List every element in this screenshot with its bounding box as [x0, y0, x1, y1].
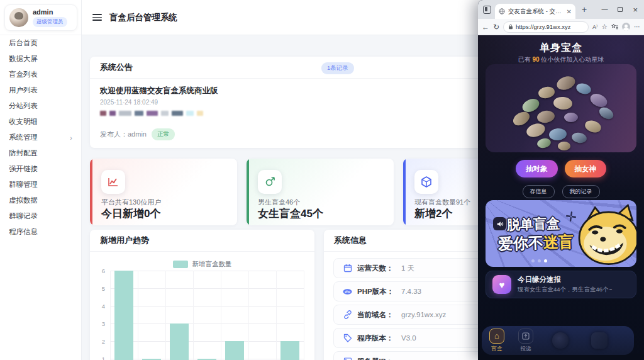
censored-block [186, 111, 194, 116]
admin-page-title: 盲盒后台管理系统 [109, 12, 177, 23]
nav-item-chat[interactable] [552, 332, 569, 349]
chart-bar[interactable] [280, 341, 299, 360]
nav-item-profile[interactable] [591, 332, 608, 349]
draw-goddess-button[interactable]: 抽女神 [565, 160, 607, 177]
stat-value: 女生盲盒45个 [258, 206, 323, 221]
chart-bar[interactable] [114, 271, 133, 360]
sidebar-item[interactable]: 群聊管理› [0, 177, 81, 193]
admin-sidebar: admin 超级管理员 后台首页› 数据大屏› 盲盒列表› 用户列表› 分站列表… [0, 0, 82, 360]
collections-icon[interactable] [611, 23, 618, 30]
tab-close-icon[interactable]: ✕ [567, 8, 572, 15]
gridline [110, 323, 304, 324]
browser-tabstrip: 交友盲盒系统 - 交友盲盒系统 ✕ + — × [478, 0, 644, 19]
new-tab-button[interactable]: + [582, 4, 587, 14]
tab-title: 交友盲盒系统 - 交友盲盒系统 [508, 8, 564, 16]
sidebar-item[interactable]: 虚拟数据› [0, 193, 81, 208]
window-close-button[interactable]: × [633, 6, 638, 14]
user-name: admin [33, 8, 67, 16]
stat-value: 今日新增0个 [101, 206, 160, 221]
member-avatar [538, 86, 556, 99]
sidebar-item[interactable]: 用户列表› [0, 82, 81, 98]
svg-text:php: php [345, 290, 350, 293]
member-avatar [597, 105, 616, 121]
window-minimize-button[interactable]: — [601, 6, 608, 13]
member-avatar [525, 121, 547, 140]
daily-report-card[interactable]: ♥ 今日缘分速报 现有女生盲盒44个，男生盲盒46个~ [486, 271, 636, 298]
sidebar-item[interactable]: 收支明细› [0, 114, 81, 130]
info-label: 运营天数： [357, 264, 396, 273]
chat-icon [552, 332, 569, 349]
promo-banner[interactable]: 脱单盲盒 爱你不迷盲 [486, 200, 636, 267]
member-avatar [571, 132, 587, 144]
tab-actions-icon[interactable] [483, 6, 491, 14]
info-value: 1 天 [401, 264, 414, 273]
censored-block [119, 111, 131, 116]
gender-icon [258, 170, 282, 194]
globe-icon [499, 8, 505, 14]
member-avatar [575, 82, 592, 96]
info-label: 服务器IP： [357, 357, 396, 360]
stat-subtitle: 男生盲盒46个 [258, 198, 300, 207]
nav-item-delivery[interactable]: 投递 [518, 329, 533, 353]
sidebar-item[interactable]: 系统管理› [0, 130, 81, 145]
stat-subtitle: 平台共有130位用户 [101, 198, 161, 207]
speaker-icon [493, 217, 506, 230]
sidebar-item[interactable]: 防封配置› [0, 145, 81, 161]
records-count-badge: 1条记录 [321, 62, 354, 74]
accent-bar [247, 159, 249, 225]
member-avatar [555, 74, 577, 92]
gridline [165, 271, 166, 360]
cube-icon [414, 170, 438, 194]
heart-icon: ♥ [492, 275, 511, 294]
chart-card: 新增用户趋势 新增盲盒数量 654321 [90, 230, 314, 360]
menu-toggle-icon[interactable] [92, 14, 102, 21]
sidebar-item[interactable]: 分站列表› [0, 98, 81, 114]
profile-avatar-icon[interactable] [622, 23, 630, 31]
member-avatar [553, 96, 573, 111]
avatar-sphere[interactable] [486, 64, 636, 152]
announcement-post-title[interactable]: 欢迎使用蓝猫交友盲盒系统商业版 [100, 86, 540, 96]
user-card[interactable]: admin 超级管理员 [4, 4, 77, 31]
sidebar-item[interactable]: 群聊记录› [0, 208, 81, 224]
browser-tab[interactable]: 交友盲盒系统 - 交友盲盒系统 ✕ [495, 4, 575, 19]
browser-window: 交友盲盒系统 - 交友盲盒系统 ✕ + — × ← ↻ https://grzy… [478, 0, 644, 360]
url-field[interactable]: https://grzy.91wx.xyz [503, 21, 589, 33]
sidebar-item[interactable]: 强开链接› [0, 161, 81, 177]
chart-bar[interactable] [170, 323, 189, 360]
sidebar-item[interactable]: 程序信息› [0, 224, 81, 240]
sidebar-item[interactable]: 数据大屏› [0, 51, 81, 67]
delivery-box-icon [518, 329, 533, 344]
nav-item-blindbox[interactable]: ⌂ 盲盒 [489, 329, 504, 353]
gridline [138, 271, 138, 360]
carousel-dots[interactable] [486, 259, 592, 262]
stat-card-1: 男生盲盒46个 女生盲盒45个 [247, 159, 394, 225]
censored-block [172, 111, 183, 116]
my-records-button[interactable]: 我的记录 [562, 185, 600, 198]
window-maximize-button[interactable] [618, 7, 623, 12]
gridline [276, 271, 277, 360]
refresh-button[interactable]: ↻ [493, 23, 499, 31]
webapp-content: 单身宝盒 已有 90 位小伙伴加入心动星球 抽对象 抽女神 存信息 我的记录 脱… [478, 35, 644, 360]
censored-content [100, 110, 540, 116]
info-label: 当前域名： [357, 310, 396, 320]
read-aloud-icon[interactable]: A⁾ [592, 24, 597, 30]
y-axis-tick: 2 [92, 338, 105, 345]
php-icon: php [343, 287, 352, 296]
save-info-button[interactable]: 存信息 [523, 185, 555, 198]
gridline [193, 271, 194, 360]
favorite-star-icon[interactable]: ☆ [601, 23, 608, 31]
back-button[interactable]: ← [482, 23, 489, 31]
line-chart-icon [101, 170, 125, 194]
y-axis-tick: 6 [92, 267, 105, 274]
user-role-badge: 超级管理员 [33, 17, 67, 27]
sidebar-item[interactable]: 后台首页› [0, 35, 81, 51]
browser-menu-icon[interactable]: ⋯ [634, 23, 640, 30]
gridline [221, 271, 221, 360]
draw-partner-button[interactable]: 抽对象 [516, 160, 558, 177]
y-axis-tick: 3 [92, 320, 105, 327]
member-avatar [564, 113, 578, 122]
sidebar-item[interactable]: 盲盒列表› [0, 67, 81, 82]
info-value: V3.0 [401, 334, 416, 342]
chart-bar[interactable] [225, 341, 244, 360]
lock-icon [508, 24, 513, 30]
